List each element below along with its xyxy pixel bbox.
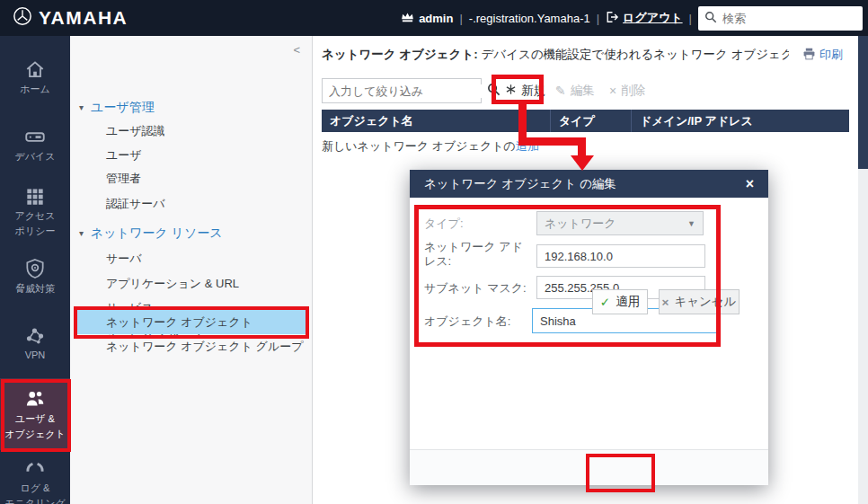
vertical-scrollbar[interactable] [858, 36, 868, 504]
section-title: ユーザ管理 [91, 100, 155, 114]
page-title: ネットワーク オブジェクト: デバイスの機能設定で使われるネットワーク オブジェ… [322, 47, 789, 63]
menu-item-label: 認証サーバ [106, 197, 165, 210]
menu-section-user-management[interactable]: ▾ユーザ管理 [70, 97, 313, 117]
nav-label: VPN [25, 349, 46, 362]
apply-label: 適用 [616, 294, 640, 310]
add-link[interactable]: 追加 [516, 139, 539, 153]
edit-label: 編集 [571, 83, 595, 99]
dialog-title: ネットワーク オブジェクト の編集 [424, 176, 616, 192]
nav-label: ホーム [20, 84, 50, 96]
cancel-button[interactable]: × キャンセル [659, 289, 740, 314]
dialog-footer [410, 449, 768, 485]
menu-item-auth-server[interactable]: 認証サーバ [70, 194, 313, 214]
menu-item-admin[interactable]: 管理者 [70, 169, 313, 189]
menu-item-label: 管理者 [106, 172, 141, 185]
nav-item-threat-protection[interactable]: 脅威対策 [0, 244, 70, 311]
menu-item-network-object-group[interactable]: ネットワーク オブジェクト グループ [70, 337, 313, 357]
new-label: 新規 [521, 83, 545, 99]
secondary-menu: < ▾ユーザ管理 ユーザ認識 ユーザ 管理者 認証サーバ ▾ネットワーク リソー… [70, 36, 313, 504]
search-icon [487, 83, 500, 100]
nav-label: モニタリング [4, 498, 66, 504]
pencil-icon: ✎ [555, 84, 566, 98]
menu-item-network-object-selected[interactable]: ネットワーク オブジェクト [77, 310, 307, 334]
brand-text: YAMAHA [39, 7, 128, 29]
network-address-label: ネットワーク アドレス: [424, 240, 532, 270]
primary-nav: ホーム デバイス アクセス ポリシー 脅威対策 [0, 36, 70, 504]
new-asterisk-icon [505, 84, 517, 98]
menu-item-label: ユーザ [106, 148, 142, 162]
menu-item-label: アプリケーション & URL [106, 277, 239, 290]
type-label: タイプ: [424, 217, 532, 231]
table-header: オブジェクト名 タイプ ドメイン/IP アドレス [322, 110, 849, 132]
nav-item-vpn[interactable]: VPN [0, 311, 70, 377]
apply-button[interactable]: ✓ 適用 [592, 289, 648, 314]
column-header-domain-ip[interactable]: ドメイン/IP アドレス [631, 110, 849, 132]
section-title: ネットワーク リソース [91, 225, 223, 240]
column-header-object-name[interactable]: オブジェクト名 [322, 110, 550, 132]
menu-item-user-recognition[interactable]: ユーザ認識 [70, 121, 313, 141]
page-title-strong: ネットワーク オブジェクト: [322, 48, 478, 61]
menu-item-label: サーバ [106, 252, 142, 265]
edit-button[interactable]: ✎ 編集 [555, 78, 595, 103]
shield-icon [23, 257, 47, 280]
chevron-down-icon: ▾ [79, 102, 84, 112]
nav-item-home[interactable]: ホーム [0, 45, 70, 111]
x-icon: × [662, 296, 669, 309]
app-window: YAMAHA admin | -.registration.Yamaha-1 |… [0, 0, 868, 504]
user-name: admin [419, 12, 453, 25]
nav-item-users-objects[interactable]: ユーザ & オブジェクト [0, 378, 70, 450]
yamaha-logo-icon [13, 6, 32, 30]
search-input[interactable] [722, 12, 868, 25]
top-bar: YAMAHA admin | -.registration.Yamaha-1 |… [0, 0, 868, 36]
check-icon: ✓ [600, 295, 610, 309]
menu-item-label: ネットワーク オブジェクト [106, 315, 252, 329]
crown-icon [401, 12, 414, 25]
users-icon [23, 387, 47, 411]
separator: | [597, 12, 599, 25]
filter-input[interactable] [329, 84, 487, 98]
dialog-title-bar: ネットワーク オブジェクト の編集 × [410, 170, 768, 198]
print-button[interactable]: 印刷 [802, 47, 843, 63]
nav-item-device[interactable]: デバイス [0, 112, 70, 179]
type-select[interactable]: ネットワーク ▼ [536, 211, 704, 235]
menu-item-application-url[interactable]: アプリケーション & URL [70, 274, 313, 294]
scrollbar-thumb[interactable] [858, 36, 868, 169]
nav-label: アクセス [14, 210, 55, 223]
menu-item-label: ネットワーク オブジェクト グループ [106, 340, 304, 353]
logout-button[interactable]: ログアウト [606, 10, 683, 26]
empty-row-text: 新しいネットワーク オブジェクトの [322, 139, 516, 153]
filter-box [322, 78, 482, 103]
menu-section-network-resources[interactable]: ▾ネットワーク リソース [70, 223, 313, 243]
separator: | [459, 12, 462, 25]
caret-down-icon: ▼ [687, 219, 695, 228]
nav-item-log-monitoring[interactable]: ログ & モニタリング [0, 450, 70, 504]
device-icon [23, 125, 47, 148]
logout-icon [606, 11, 619, 26]
menu-item-server[interactable]: サーバ [70, 249, 313, 269]
close-icon[interactable]: × [746, 177, 754, 191]
network-address-input[interactable] [536, 244, 705, 268]
menu-item-user[interactable]: ユーザ [70, 146, 313, 165]
top-bar-right: admin | -.registration.Yamaha-1 | ログアウト … [401, 6, 863, 31]
delete-button[interactable]: × 削除 [609, 78, 645, 103]
search-icon [704, 11, 717, 26]
subnet-mask-label: サブネット マスク: [424, 281, 532, 296]
user-menu[interactable]: admin [401, 12, 453, 25]
page-title-rest: デバイスの機能設定で使われるネットワーク オブジェクトを作成およ... [478, 48, 789, 61]
menu-item-label: ユーザ認識 [106, 124, 165, 137]
new-button[interactable]: 新規 [505, 78, 545, 103]
x-icon: × [609, 84, 616, 98]
collapse-sidebar-icon[interactable]: < [293, 43, 300, 57]
search-box [698, 6, 863, 31]
nav-item-access-policy[interactable]: アクセス ポリシー [0, 178, 70, 244]
column-header-type[interactable]: タイプ [550, 110, 631, 132]
nav-label: オブジェクト [4, 429, 66, 441]
chevron-down-icon: ▾ [79, 228, 84, 238]
nav-label: ログ & [21, 482, 50, 495]
brand: YAMAHA [13, 6, 128, 30]
cancel-label: キャンセル [674, 294, 736, 310]
nav-label: ユーザ & [15, 413, 55, 426]
logout-label: ログアウト [623, 10, 683, 26]
nav-label: ポリシー [15, 225, 56, 238]
grid-icon [23, 184, 47, 208]
